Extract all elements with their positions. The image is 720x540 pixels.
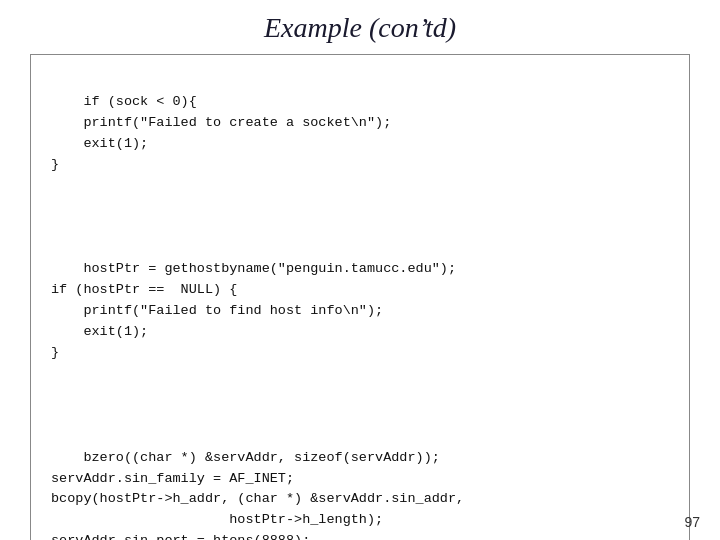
slide: Example (con’td) if (sock < 0){ printf("… [0,0,720,540]
code-block-1: if (sock < 0){ printf("Failed to create … [51,94,391,172]
code-block-2: hostPtr = gethostbyname("penguin.tamucc.… [51,261,456,360]
code-box: if (sock < 0){ printf("Failed to create … [30,54,690,540]
code-block-3: bzero((char *) &servAddr, sizeof(servAdd… [51,450,464,540]
page-number: 97 [684,514,700,530]
slide-title: Example (con’td) [264,12,456,44]
